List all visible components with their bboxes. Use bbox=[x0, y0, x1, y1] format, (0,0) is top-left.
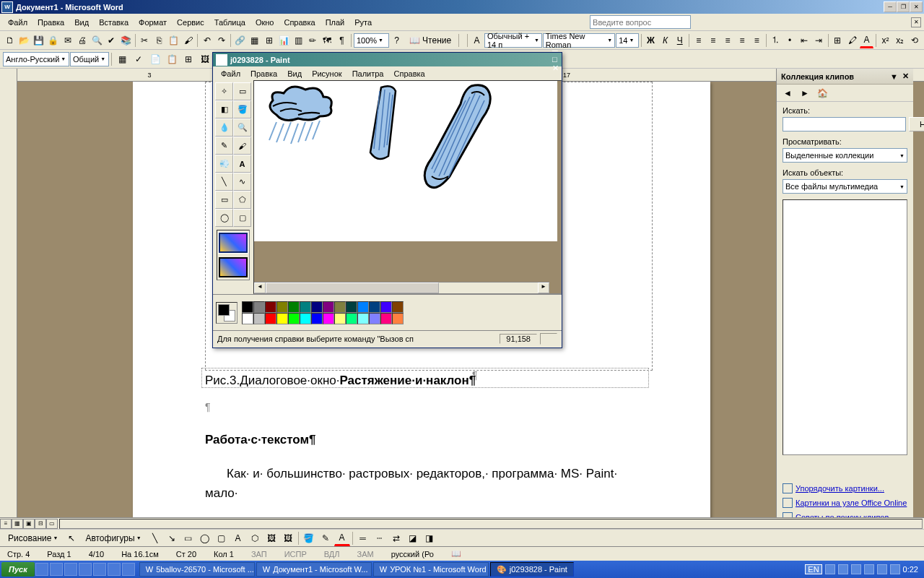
clip-organize-link[interactable]: Упорядочить картинки... bbox=[783, 481, 907, 496]
save-icon[interactable]: 💾 bbox=[32, 33, 45, 48]
rounded-rect-tool[interactable]: ▢ bbox=[233, 209, 251, 227]
oval-icon[interactable]: ◯ bbox=[197, 530, 213, 546]
magnifier-tool[interactable]: 🔍 bbox=[233, 118, 251, 137]
outline-view-icon[interactable]: ⊟ bbox=[35, 519, 46, 529]
minimize-button[interactable]: ─ bbox=[884, 1, 897, 12]
menu-window[interactable]: Окно bbox=[250, 17, 279, 28]
polygon-tool[interactable]: ⬠ bbox=[233, 191, 251, 209]
columns-icon[interactable]: ▥ bbox=[292, 33, 305, 48]
brush-tool[interactable]: 🖌 bbox=[233, 137, 251, 155]
paint-close-button[interactable]: ✕ bbox=[552, 64, 559, 73]
decrease-indent-icon[interactable]: ⇤ bbox=[798, 33, 811, 48]
pencil-tool[interactable]: ✎ bbox=[215, 137, 233, 155]
rect-tool[interactable]: ▭ bbox=[215, 191, 233, 209]
color-swatch[interactable] bbox=[334, 313, 346, 324]
ask-question-input[interactable] bbox=[590, 15, 691, 29]
color-swatch[interactable] bbox=[369, 301, 380, 313]
paint-menu-view[interactable]: Вид bbox=[282, 68, 307, 79]
paint-menu-edit[interactable]: Правка bbox=[245, 68, 282, 79]
tb2-icon-2[interactable]: ✓ bbox=[131, 51, 147, 67]
autoshapes-button[interactable]: Автофигуры ▼ bbox=[80, 530, 146, 546]
clip-dropdown-icon[interactable]: ▼ bbox=[890, 72, 898, 81]
print-view-icon[interactable]: ▣ bbox=[23, 519, 35, 529]
select-objects-icon[interactable]: ↖ bbox=[64, 530, 79, 546]
menu-table[interactable]: Таблица bbox=[209, 17, 250, 28]
doc-close-button[interactable]: ✕ bbox=[911, 17, 921, 27]
ql-app1-icon[interactable] bbox=[79, 563, 92, 576]
italic-icon[interactable]: К bbox=[658, 33, 672, 48]
subscript-icon[interactable]: x₂ bbox=[893, 33, 907, 48]
clipart-icon[interactable]: 🖼 bbox=[263, 530, 279, 546]
color-swatch[interactable] bbox=[380, 301, 392, 313]
excel-icon[interactable]: 📊 bbox=[277, 33, 291, 48]
paint-menu-image[interactable]: Рисунок bbox=[307, 68, 347, 79]
task-paint[interactable]: 🎨j0293828 - Paint bbox=[490, 562, 574, 577]
picker-tool[interactable]: 💧 bbox=[215, 118, 233, 137]
tb2-icon-5[interactable]: ⊞ bbox=[180, 51, 196, 67]
page-content[interactable]: Рис.3.Диалоговое·окно·Растяжение·и·накло… bbox=[205, 371, 645, 503]
ql-app3-icon[interactable] bbox=[108, 563, 121, 576]
bullets-icon[interactable]: • bbox=[783, 33, 797, 48]
color-swatch[interactable] bbox=[276, 313, 288, 324]
align-center-icon[interactable]: ≡ bbox=[706, 33, 720, 48]
color-swatch[interactable] bbox=[357, 313, 369, 324]
insert-table-icon[interactable]: ⊞ bbox=[262, 33, 276, 48]
ql-ie-icon[interactable] bbox=[50, 563, 63, 576]
color-swatch[interactable] bbox=[334, 301, 346, 313]
style-combo[interactable]: Обычный + 14 п▼ bbox=[484, 33, 542, 48]
new-doc-icon[interactable]: 🗋 bbox=[3, 33, 17, 48]
redo-icon[interactable]: ↷ bbox=[214, 33, 228, 48]
show-marks-icon[interactable]: ¶ bbox=[335, 33, 349, 48]
picture-icon[interactable]: 🖼 bbox=[280, 530, 296, 546]
line-color-icon[interactable]: ✎ bbox=[318, 530, 334, 546]
print-icon[interactable]: 🖨 bbox=[76, 33, 90, 48]
color-swatch[interactable] bbox=[265, 313, 276, 324]
color-swatch[interactable] bbox=[300, 313, 311, 324]
menu-play[interactable]: Плай bbox=[321, 17, 350, 28]
task-urok[interactable]: WУРОК №1 - Microsoft Word bbox=[373, 562, 489, 577]
color-swatch[interactable] bbox=[392, 313, 404, 324]
start-button[interactable]: Пуск bbox=[1, 562, 35, 577]
status-book-icon[interactable]: 📖 bbox=[448, 549, 464, 558]
hyperlink-icon[interactable]: 🔗 bbox=[233, 33, 247, 48]
color-swatch[interactable] bbox=[311, 301, 323, 313]
tool-options[interactable] bbox=[217, 230, 250, 280]
clip-online-link[interactable]: Картинки на узле Office Online bbox=[783, 496, 907, 510]
color-swatch[interactable] bbox=[242, 313, 253, 324]
fill-color-icon[interactable]: 🪣 bbox=[301, 530, 317, 546]
more-icon[interactable]: ⟲ bbox=[907, 33, 921, 48]
maximize-button[interactable]: ❐ bbox=[897, 1, 910, 12]
rect-select-tool[interactable]: ▭ bbox=[233, 82, 251, 100]
h-scrollbar[interactable] bbox=[59, 519, 923, 529]
paint-maximize-button[interactable]: □ bbox=[552, 55, 559, 64]
line-icon[interactable]: ╲ bbox=[147, 530, 163, 546]
line-style-icon[interactable]: ═ bbox=[355, 530, 371, 546]
research-icon[interactable]: 📚 bbox=[119, 33, 133, 48]
ql-app2-icon[interactable] bbox=[93, 563, 106, 576]
highlight-icon[interactable]: 🖍 bbox=[845, 33, 859, 48]
undo-icon[interactable]: ↶ bbox=[200, 33, 214, 48]
textbox-icon[interactable]: ▢ bbox=[214, 530, 230, 546]
curve-tool[interactable]: ∿ bbox=[233, 173, 251, 191]
draw-menu-button[interactable]: Рисование ▼ bbox=[3, 530, 63, 546]
color-swatch[interactable] bbox=[346, 301, 357, 313]
arrow-icon[interactable]: ↘ bbox=[164, 530, 180, 546]
increase-indent-icon[interactable]: ⇥ bbox=[812, 33, 826, 48]
color-swatch[interactable] bbox=[392, 301, 404, 313]
mail-icon[interactable]: ✉ bbox=[61, 33, 74, 48]
zoom-combo[interactable]: 100%▼ bbox=[354, 33, 389, 48]
font-combo[interactable]: Times New Roman▼ bbox=[543, 33, 615, 48]
vertical-ruler[interactable] bbox=[0, 69, 17, 529]
help-icon[interactable]: ? bbox=[390, 33, 404, 48]
line-tool[interactable]: ╲ bbox=[215, 173, 233, 191]
tray-icon-3[interactable] bbox=[851, 564, 861, 574]
clip-close-icon[interactable]: ✕ bbox=[902, 72, 909, 81]
clip-objects-select[interactable]: Все файлы мультимедиа▼ bbox=[783, 179, 907, 194]
tb2-icon-1[interactable]: ▦ bbox=[114, 51, 130, 67]
wordart-icon[interactable]: A bbox=[230, 530, 246, 546]
color-swatch[interactable] bbox=[288, 313, 300, 324]
underline-icon[interactable]: Ч bbox=[673, 33, 687, 48]
arrow-style-icon[interactable]: ⇄ bbox=[388, 530, 404, 546]
paint-menu-file[interactable]: Файл bbox=[216, 68, 245, 79]
lang-pair-combo[interactable]: Англо-Русский▼ bbox=[3, 52, 69, 66]
